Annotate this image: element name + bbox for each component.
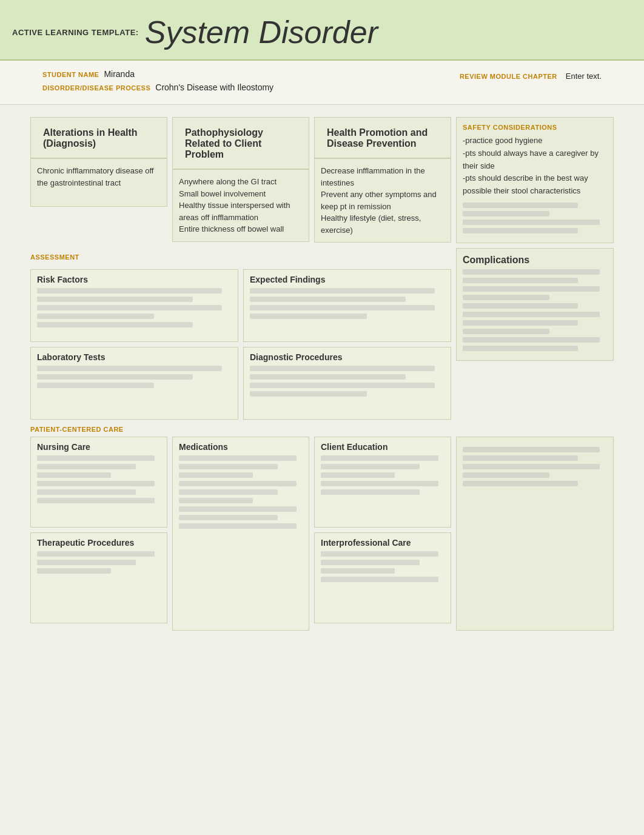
disorder-label: DISORDER/DISEASE PROCESS <box>42 84 150 92</box>
blurred-line <box>37 455 155 461</box>
top-columns: Alterations in Health (Diagnosis) Chroni… <box>30 117 451 243</box>
interprofessional-care-header: Interprofessional Care <box>321 538 444 548</box>
review-value: Enter text. <box>566 72 602 81</box>
blurred-line <box>37 472 111 478</box>
page-title: System Disorder <box>145 14 378 50</box>
blurred-line <box>463 269 600 275</box>
template-label: ACTIVE LEARNING TEMPLATE: <box>12 28 139 37</box>
blurred-line <box>463 346 578 351</box>
diagnostic-procedures-box: Diagnostic Procedures <box>243 347 451 420</box>
nursing-care-content <box>37 455 161 503</box>
risk-factors-header: Risk Factors <box>37 275 232 284</box>
blurred-line <box>463 203 578 208</box>
expected-findings-box: Expected Findings <box>243 269 451 342</box>
blurred-line <box>179 498 253 503</box>
blurred-line <box>37 464 136 469</box>
blurred-line <box>463 303 578 309</box>
blurred-line <box>463 337 600 343</box>
assessment-label: ASSESSMENT <box>30 253 451 261</box>
pathophysiology-content: Anywhere along the GI tract Small bowel … <box>172 169 309 242</box>
nursing-col: Nursing Care Therapeutic Procedures <box>30 437 167 631</box>
blurred-line <box>321 551 438 557</box>
blurred-line <box>321 472 395 478</box>
blurred-line <box>463 472 549 478</box>
blurred-line <box>179 472 253 478</box>
nursing-care-header: Nursing Care <box>37 442 161 452</box>
blurred-line <box>250 374 406 380</box>
blurred-line <box>463 320 578 326</box>
blurred-line <box>37 489 136 495</box>
blurred-line <box>250 305 435 310</box>
medications-box: Medications <box>172 437 309 631</box>
blurred-line <box>37 305 222 310</box>
blurred-line <box>37 383 154 388</box>
blurred-line <box>463 295 549 300</box>
therapeutic-procedures-content <box>37 551 161 574</box>
disorder-row: DISORDER/DISEASE PROCESS Crohn's Disease… <box>42 82 273 92</box>
blurred-line <box>463 220 600 225</box>
right-panel: SAFETY CONSIDERATIONS -practice good hyg… <box>456 117 614 420</box>
alterations-header-box: Alterations in Health (Diagnosis) <box>30 117 167 158</box>
blurred-line <box>37 366 222 371</box>
disorder-value: Crohn's Disease with Ileostomy <box>155 82 273 92</box>
patient-care-section: PATIENT-CENTERED CARE Nursing Care <box>30 426 614 631</box>
blurred-line <box>463 278 578 283</box>
blurred-line <box>321 455 438 461</box>
medications-header: Medications <box>179 442 303 452</box>
blurred-line <box>250 297 406 302</box>
therapeutic-procedures-box: Therapeutic Procedures <box>30 532 167 623</box>
interprofessional-care-box: Interprofessional Care <box>314 532 451 623</box>
complications-header: Complications <box>463 255 607 266</box>
blurred-line <box>463 455 578 461</box>
blurred-line <box>250 314 367 319</box>
main-content: Alterations in Health (Diagnosis) Chroni… <box>0 105 644 667</box>
blurred-line <box>321 568 395 574</box>
blurred-line <box>463 312 600 317</box>
blurred-line <box>250 383 435 388</box>
blurred-line <box>179 523 297 529</box>
col-alterations: Alterations in Health (Diagnosis) Chroni… <box>30 117 167 243</box>
pathophysiology-text: Anywhere along the GI tract Small bowel … <box>179 176 303 235</box>
laboratory-tests-header: Laboratory Tests <box>37 352 232 362</box>
blurred-line <box>37 297 193 302</box>
blurred-line <box>37 481 155 486</box>
health-promotion-text: Decrease infflammation in the intestines… <box>321 165 444 236</box>
col-pathophysiology: Pathophysiology Related to Client Proble… <box>172 117 309 243</box>
health-promotion-header-box: Health Promotion and Disease Prevention <box>314 117 451 158</box>
blurred-line <box>179 481 297 486</box>
pathophysiology-header-box: Pathophysiology Related to Client Proble… <box>172 117 309 169</box>
alterations-header: Alterations in Health (Diagnosis) <box>37 122 161 153</box>
blurred-line <box>463 286 600 292</box>
blurred-line <box>250 366 435 371</box>
health-promotion-content: Decrease infflammation in the intestines… <box>314 158 451 243</box>
alterations-content: Chronic infflammatory disease off the ga… <box>30 158 167 207</box>
risk-factors-box: Risk Factors <box>30 269 238 342</box>
blurred-line <box>250 391 367 397</box>
review-label: REVIEW MODULE CHAPTER <box>460 73 557 80</box>
education-col: Client Education Interprofessional Care <box>314 437 451 631</box>
health-promotion-header: Health Promotion and Disease Prevention <box>321 122 444 153</box>
blurred-line <box>321 489 420 495</box>
blurred-line <box>321 560 420 565</box>
right-bottom-panel <box>456 437 614 631</box>
blurred-line <box>37 551 155 557</box>
blurred-line <box>179 515 278 520</box>
blurred-line <box>37 322 193 327</box>
blurred-line <box>37 560 136 565</box>
blurred-line <box>179 506 297 512</box>
blurred-line <box>37 314 154 319</box>
blurred-line <box>463 481 578 486</box>
blurred-line <box>463 464 600 469</box>
expected-findings-header: Expected Findings <box>250 275 444 284</box>
patient-care-layout: Nursing Care Therapeutic Procedures <box>30 437 614 631</box>
medications-col: Medications <box>172 437 309 631</box>
risk-factors-content <box>37 288 232 327</box>
safety-label: SAFETY CONSIDERATIONS <box>463 124 607 131</box>
blurred-line <box>179 455 297 461</box>
laboratory-tests-box: Laboratory Tests <box>30 347 238 420</box>
right-bottom-blurred <box>463 447 607 486</box>
page-header: ACTIVE LEARNING TEMPLATE: System Disorde… <box>0 0 644 61</box>
client-education-content <box>321 455 444 495</box>
blurred-line <box>250 288 435 293</box>
left-content: Alterations in Health (Diagnosis) Chroni… <box>30 117 451 420</box>
